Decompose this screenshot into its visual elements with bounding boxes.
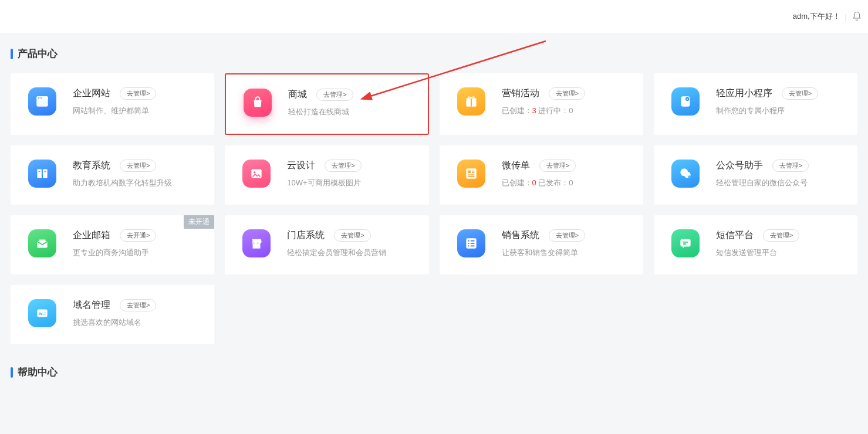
card-content: 营销活动去管理>已创建：3 进行中：0 <box>502 87 630 116</box>
product-card-mall[interactable]: 商城去管理>轻松打造在线商城 <box>225 73 428 135</box>
product-card-marketing[interactable]: 营销活动去管理>已创建：3 进行中：0 <box>440 73 643 135</box>
card-title: 轻应用小程序 <box>716 87 772 100</box>
title-row: 企业邮箱去开通> <box>73 229 201 242</box>
wechat-helper-icon <box>671 160 700 188</box>
separator: | <box>845 12 847 21</box>
card-title: 微传单 <box>502 160 530 172</box>
manage-button[interactable]: 去管理> <box>549 229 585 242</box>
card-content: 轻应用小程序去管理>制作您的专属小程序 <box>716 87 845 116</box>
manage-button[interactable]: 去管理> <box>120 299 156 311</box>
card-content: 销售系统去管理>让获客和销售变得简单 <box>502 229 630 258</box>
card-content: 门店系统去管理>轻松搞定会员管理和会员营销 <box>287 229 416 258</box>
sub-text: 网站制作、维护都简单 <box>73 106 149 115</box>
manage-button[interactable]: 去管理> <box>316 89 353 101</box>
product-card-cloud-design[interactable]: 云设计去管理>10W+可商用模板图片 <box>225 145 428 205</box>
card-title: 销售系统 <box>502 229 539 242</box>
manage-button[interactable]: 去管理> <box>772 160 809 172</box>
sub-text: 更专业的商务沟通助手 <box>73 248 149 257</box>
svg-rect-15 <box>468 171 470 173</box>
card-content: 商城去管理>轻松打造在线商城 <box>288 89 414 117</box>
svg-rect-32 <box>680 239 690 246</box>
product-card-mini-program[interactable]: 轻应用小程序去管理>制作您的专属小程序 <box>654 73 857 135</box>
product-card-enterprise-website[interactable]: 企业网站去管理>网站制作、维护都简单 <box>11 73 214 135</box>
enterprise-website-icon <box>28 87 56 116</box>
manage-button[interactable]: 去管理> <box>120 87 156 100</box>
card-sub: 助力教培机构数字化转型升级 <box>73 178 201 188</box>
sub-text: 助力教培机构数字化转型升级 <box>73 178 172 187</box>
svg-rect-24 <box>253 243 261 249</box>
title-row: 门店系统去管理> <box>287 229 416 242</box>
weichuandan-icon <box>457 160 485 188</box>
card-sub: 挑选喜欢的网站域名 <box>73 317 201 328</box>
card-sub: 让获客和销售变得简单 <box>502 247 630 258</box>
product-card-enterprise-mail[interactable]: 未开通企业邮箱去开通>更专业的商务沟通助手 <box>11 215 214 274</box>
card-content: 教育系统去管理>助力教培机构数字化转型升级 <box>73 160 201 188</box>
sub-label-1: 已创建： <box>502 178 532 187</box>
sub-text: 短信发送管理平台 <box>716 248 777 257</box>
card-sub: 已创建：0 已发布：0 <box>502 178 630 188</box>
product-grid: 企业网站去管理>网站制作、维护都简单商城去管理>轻松打造在线商城营销活动去管理>… <box>11 73 857 344</box>
svg-text:w.=: w.= <box>39 311 47 316</box>
page: 产品中心 企业网站去管理>网站制作、维护都简单商城去管理>轻松打造在线商城营销活… <box>0 33 868 415</box>
product-card-store-system[interactable]: 门店系统去管理>轻松搞定会员管理和会员营销 <box>225 215 428 274</box>
marketing-icon <box>457 87 485 116</box>
svg-point-26 <box>468 240 469 242</box>
title-row: 教育系统去管理> <box>73 160 201 172</box>
svg-point-13 <box>254 171 255 173</box>
manage-button[interactable]: 去管理> <box>763 229 799 242</box>
card-title: 企业网站 <box>73 87 110 100</box>
sub-text: 轻松打造在线商城 <box>288 107 349 116</box>
manage-button[interactable]: 去开通> <box>120 229 156 242</box>
cloud-design-icon <box>242 160 271 188</box>
card-sub: 10W+可商用模板图片 <box>287 178 416 188</box>
mall-icon <box>244 89 272 117</box>
svg-point-4 <box>41 97 42 99</box>
mini-program-icon <box>671 87 700 116</box>
card-title: 短信平台 <box>716 229 754 242</box>
card-title: 公众号助手 <box>716 160 763 172</box>
sub-text: 挑选喜欢的网站域名 <box>73 318 141 327</box>
card-content: 微传单去管理>已创建：0 已发布：0 <box>502 160 630 188</box>
svg-rect-7 <box>470 99 471 107</box>
sales-system-icon <box>457 229 485 257</box>
manage-button[interactable]: 去管理> <box>325 160 361 172</box>
title-row: 销售系统去管理> <box>502 229 630 242</box>
education-icon <box>28 160 56 188</box>
enterprise-mail-icon <box>28 229 56 257</box>
manage-button[interactable]: 去管理> <box>334 229 370 242</box>
product-card-education[interactable]: 教育系统去管理>助力教培机构数字化转型升级 <box>11 145 214 205</box>
sub-label-2: 进行中： <box>536 106 569 115</box>
bell-icon[interactable] <box>852 11 862 22</box>
manage-button[interactable]: 去管理> <box>539 160 576 172</box>
manage-button[interactable]: 去管理> <box>549 87 585 100</box>
product-card-sales-system[interactable]: 销售系统去管理>让获客和销售变得简单 <box>440 215 643 274</box>
badge-unopened: 未开通 <box>184 215 214 229</box>
store-system-icon <box>242 229 271 257</box>
sub-label-1: 已创建： <box>502 106 532 115</box>
product-card-domain[interactable]: w.=域名管理去管理>挑选喜欢的网站域名 <box>11 285 214 344</box>
card-sub: 轻松打造在线商城 <box>288 107 414 117</box>
title-row: 轻应用小程序去管理> <box>716 87 845 100</box>
product-card-weichuandan[interactable]: 微传单去管理>已创建：0 已发布：0 <box>440 145 643 205</box>
card-content: 短信平台去管理>短信发送管理平台 <box>716 229 845 258</box>
sms-icon <box>671 229 700 257</box>
card-sub: 轻松搞定会员管理和会员营销 <box>287 247 416 258</box>
sub-count-1: 3 <box>532 106 536 115</box>
title-row: 域名管理去管理> <box>73 299 201 311</box>
card-sub: 短信发送管理平台 <box>716 247 845 258</box>
top-bar: adm,下午好！ | <box>0 0 868 33</box>
card-content: 云设计去管理>10W+可商用模板图片 <box>287 160 416 188</box>
manage-button[interactable]: 去管理> <box>120 160 156 172</box>
manage-button[interactable]: 去管理> <box>782 87 818 100</box>
sub-count-1: 0 <box>532 178 536 187</box>
title-row: 微传单去管理> <box>502 160 630 172</box>
card-title: 教育系统 <box>73 160 110 172</box>
section-title-product-text: 产品中心 <box>18 47 58 60</box>
product-card-sms[interactable]: 短信平台去管理>短信发送管理平台 <box>654 215 857 274</box>
card-content: 企业邮箱去开通>更专业的商务沟通助手 <box>73 229 201 258</box>
greeting-text: adm,下午好！ <box>793 11 840 22</box>
svg-point-2 <box>38 97 39 99</box>
card-title: 企业邮箱 <box>73 229 110 242</box>
card-title: 商城 <box>288 89 307 101</box>
product-card-wechat-helper[interactable]: 公众号助手去管理>轻松管理自家的微信公众号 <box>654 145 857 205</box>
